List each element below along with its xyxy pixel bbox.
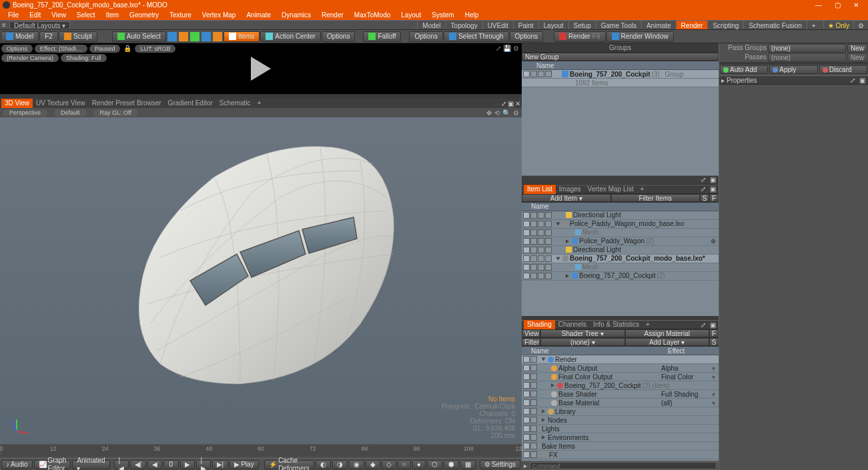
layout-tab-uvedit[interactable]: UVEdit xyxy=(482,21,513,29)
render-shading-pill[interactable]: Shading: Full xyxy=(61,54,107,62)
apply-button[interactable]: Apply xyxy=(769,65,817,74)
graph-editor-button[interactable]: 📈 Graph Editor xyxy=(34,460,71,469)
shader-base-material[interactable]: Base Material xyxy=(558,399,599,407)
prev-frame-button[interactable]: ◀ xyxy=(147,460,162,469)
goto-start-button[interactable]: |◀ xyxy=(114,460,129,469)
auto-select-button[interactable]: Auto Select xyxy=(112,31,166,42)
vp-expand-icon[interactable]: ⤢ xyxy=(501,100,506,107)
axis-gizmo[interactable] xyxy=(11,410,37,437)
goto-end-button[interactable]: ▶| xyxy=(212,460,229,469)
close-button[interactable]: ✕ xyxy=(847,1,865,9)
vp-tab-uv-texture-view[interactable]: UV Texture View xyxy=(33,99,89,108)
menu-vertex-map[interactable]: Vertex Map xyxy=(197,10,242,20)
vp-tab-+[interactable]: + xyxy=(254,99,265,108)
only-button[interactable]: ★ Only xyxy=(823,21,853,29)
il-tab-images[interactable]: Images xyxy=(556,185,584,194)
vp-tear-icon[interactable]: ▣ xyxy=(508,100,514,107)
next-frame-button[interactable]: ▶ xyxy=(180,460,195,469)
menu-edit[interactable]: Edit xyxy=(24,10,46,20)
props-expand-icon[interactable]: ⤢ xyxy=(849,77,857,84)
prev-key-button[interactable]: ◀| xyxy=(130,460,147,469)
shader-lights[interactable]: Lights xyxy=(542,425,560,433)
menu-animate[interactable]: Animate xyxy=(241,10,276,20)
cmd-arrow-icon[interactable]: ▸ xyxy=(524,462,527,469)
lock-icon[interactable]: 🔒 xyxy=(122,45,133,53)
il-f-button[interactable]: F xyxy=(709,194,719,202)
props-collapse-icon[interactable]: ▸ xyxy=(721,77,725,84)
animated-dropdown[interactable]: Animated ▾ xyxy=(72,460,109,469)
menu-texture[interactable]: Texture xyxy=(164,10,197,20)
sh-s[interactable]: S xyxy=(709,338,719,346)
shader-environments[interactable]: Environments xyxy=(548,434,588,441)
sh-f1[interactable]: F xyxy=(709,329,719,337)
timeline-settings-button[interactable]: ⚙ Settings xyxy=(480,460,520,469)
tl-icon6[interactable]: ○ xyxy=(398,460,411,469)
model-mode-button[interactable]: Model xyxy=(1,31,39,42)
minimize-button[interactable]: — xyxy=(809,1,828,9)
item-directional-light[interactable]: Directional Light xyxy=(573,246,621,253)
render-button[interactable]: RenderF9 xyxy=(554,31,605,42)
props-tear-icon[interactable]: ▣ xyxy=(858,77,866,84)
shader-boeing-757-200-cockpit[interactable]: Boeing_757_200_Cockpit xyxy=(564,382,641,389)
discard-button[interactable]: Discard xyxy=(819,65,867,74)
menu-select[interactable]: Select xyxy=(71,10,101,20)
il-tear-icon[interactable]: ▣ xyxy=(709,185,717,193)
vp-close-icon[interactable]: ✕ xyxy=(515,100,520,107)
cache-deformers-button[interactable]: ⚡ Cache Deformers xyxy=(264,460,314,469)
tl-icon10[interactable]: ▦ xyxy=(460,460,476,469)
shader-fx[interactable]: FX xyxy=(549,451,558,459)
menu-help[interactable]: Help xyxy=(460,10,484,20)
gear-icon[interactable]: ⚙ xyxy=(513,45,519,52)
shader-render[interactable]: Render xyxy=(555,356,577,363)
menu-dynamics[interactable]: Dynamics xyxy=(276,10,316,20)
layout-tab-+[interactable]: + xyxy=(807,21,821,29)
layout-tab-layout[interactable]: Layout xyxy=(538,21,568,29)
item-police-paddy-wagon[interactable]: Police_Paddy_Wagon xyxy=(579,237,644,245)
shader-nodes[interactable]: Nodes xyxy=(548,417,567,424)
save-render-icon[interactable]: 💾 xyxy=(503,45,511,52)
layout-tab-model[interactable]: Model xyxy=(417,21,445,29)
layout-tab-setup[interactable]: Setup xyxy=(568,21,596,29)
sh-tab-+[interactable]: + xyxy=(642,320,653,329)
tl-icon5[interactable]: ◇ xyxy=(382,460,396,469)
add-item-button[interactable]: Add Item ▾ xyxy=(522,194,611,202)
3d-viewport[interactable]: No Items Polygons : Catmull-Clark Channe… xyxy=(0,117,522,443)
group-item-name[interactable]: Boeing_757_200_Cockpit xyxy=(570,71,650,78)
tl-icon3[interactable]: ◉ xyxy=(349,460,364,469)
layout-tab-render[interactable]: Render xyxy=(676,21,708,29)
command-input[interactable] xyxy=(530,462,717,469)
il-tab-item-list[interactable]: Item List xyxy=(524,185,556,194)
auto-add-button[interactable]: Auto Add xyxy=(720,65,768,74)
vp-pan-icon[interactable]: ✥ xyxy=(486,109,492,117)
layout-gear-icon[interactable]: ⚙ xyxy=(853,21,868,29)
il-tab-+[interactable]: + xyxy=(637,185,648,194)
mat-mode-icon[interactable] xyxy=(201,32,211,41)
sh-tab-shading[interactable]: Shading xyxy=(524,320,555,329)
menu-item[interactable]: Item xyxy=(101,10,124,20)
next-key-button[interactable]: |▶ xyxy=(196,460,211,469)
vp-rotate-icon[interactable]: ⟲ xyxy=(494,109,500,117)
sh-view-dropdown[interactable]: Shader Tree ▾ xyxy=(540,329,625,337)
layout-tab-paint[interactable]: Paint xyxy=(513,21,538,29)
vp-gear-icon[interactable]: ⚙ xyxy=(513,109,519,117)
item-close-icon[interactable]: ⊗ xyxy=(711,237,716,245)
audio-button[interactable]: ♪ Audio xyxy=(1,460,33,469)
edge-mode-icon[interactable] xyxy=(179,32,188,41)
options1-button[interactable]: Options xyxy=(322,31,355,42)
sh-expand-icon[interactable]: ⤢ xyxy=(699,321,707,329)
render-paused-pill[interactable]: Paused xyxy=(89,45,121,53)
vp-tab-3d-view[interactable]: 3D View xyxy=(1,99,33,108)
menu-geometry[interactable]: Geometry xyxy=(124,10,164,20)
vp-zoom-icon[interactable]: 🔍 xyxy=(502,109,510,117)
item-mesh[interactable]: Mesh xyxy=(582,263,598,271)
shader-alpha-output[interactable]: Alpha Output xyxy=(558,365,597,372)
render-lut-pill[interactable]: LUT: sRGB xyxy=(135,45,175,53)
il-s-button[interactable]: S xyxy=(700,194,709,202)
f2-button[interactable]: F2 xyxy=(39,31,58,42)
vp-tab-gradient-editor[interactable]: Gradient Editor xyxy=(165,99,216,108)
menu-layout[interactable]: Layout xyxy=(396,10,426,20)
select-through-button[interactable]: Select Through xyxy=(444,31,509,42)
item-directional-light[interactable]: Directional Light xyxy=(573,211,621,219)
tl-icon2[interactable]: ◑ xyxy=(332,460,348,469)
vp-tab-schematic[interactable]: Schematic xyxy=(216,99,254,108)
